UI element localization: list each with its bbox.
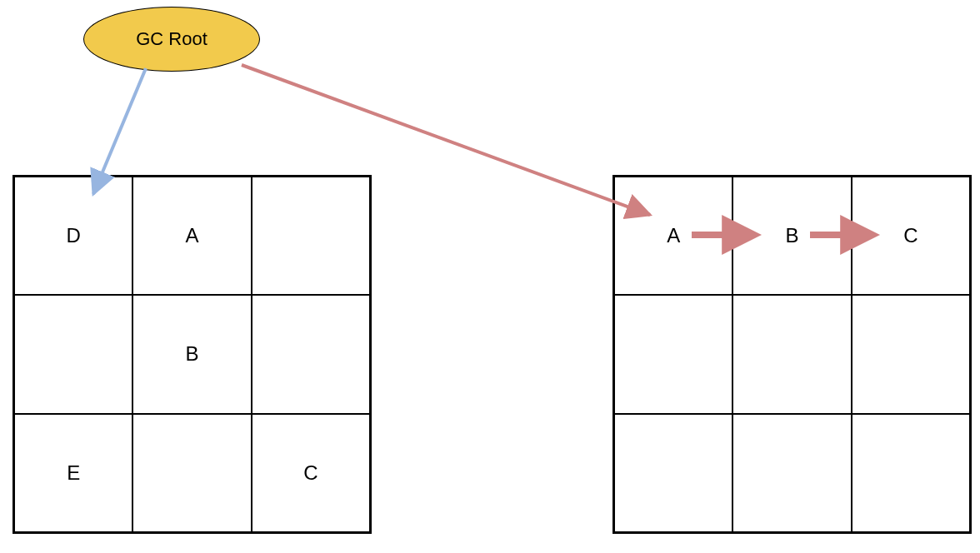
left-cell-2-0: E [14, 414, 132, 532]
cell-label: B [185, 342, 198, 366]
left-memory-grid: D A B E C [12, 175, 372, 534]
cell-label: A [185, 224, 198, 247]
left-cell-1-2 [252, 295, 370, 413]
gc-root-label: GC Root [136, 28, 208, 50]
cell-label: C [903, 224, 918, 247]
gc-root-node: GC Root [83, 7, 260, 72]
left-cell-1-1: B [132, 295, 251, 413]
right-cell-0-1: B [732, 177, 851, 295]
right-cell-0-2: C [852, 177, 970, 295]
right-cell-2-0 [614, 414, 732, 532]
right-memory-grid: A B C [612, 175, 972, 534]
right-cell-2-1 [732, 414, 851, 532]
left-cell-2-2: C [252, 414, 370, 532]
cell-label: C [303, 461, 318, 485]
cell-label: B [785, 224, 798, 247]
right-cell-2-2 [852, 414, 970, 532]
left-cell-2-1 [132, 414, 251, 532]
right-cell-0-0: A [614, 177, 732, 295]
left-cell-1-0 [14, 295, 132, 413]
right-cell-1-0 [614, 295, 732, 413]
cell-label: E [67, 461, 80, 485]
left-cell-0-0: D [14, 177, 132, 295]
left-cell-0-2 [252, 177, 370, 295]
right-cell-1-1 [732, 295, 851, 413]
right-cell-1-2 [852, 295, 970, 413]
left-cell-0-1: A [132, 177, 251, 295]
diagram-canvas: GC Root D A B E C A B C [0, 0, 980, 553]
cell-label: A [667, 224, 680, 247]
cell-label: D [66, 224, 80, 247]
